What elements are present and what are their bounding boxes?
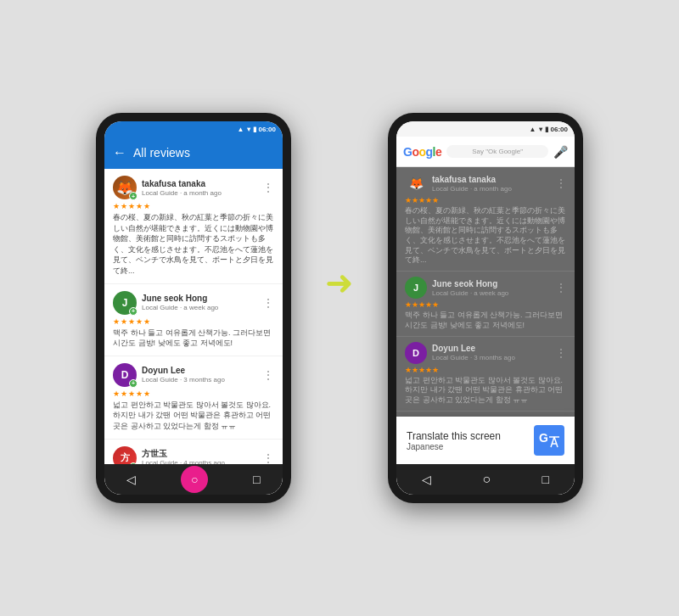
dimmed-review-1: 🦊 takafusa tanaka Local Guide · a month … bbox=[396, 167, 575, 272]
review-item-3: D + Doyun Lee Local Guide · 3 months ago… bbox=[104, 356, 283, 440]
avatar-1: 🦊 + bbox=[113, 176, 137, 199]
reviewer-sub-2: Local Guide · a week ago bbox=[142, 304, 257, 311]
review-meta-4: 方世玉 Local Guide · 4 months ago bbox=[142, 449, 257, 464]
dimmed-review-2: J June seok Hong Local Guide · a week ag… bbox=[396, 272, 575, 336]
dimmed-stars-1: ★★★★★ bbox=[405, 196, 566, 204]
stars-3: ★★★★★ bbox=[113, 389, 274, 398]
dimmed-sub-3: Local Guide · 3 months ago bbox=[432, 354, 515, 361]
search-placeholder: Say "Ok Google" bbox=[472, 148, 523, 155]
google-translate-icon[interactable]: G bbox=[534, 425, 564, 456]
bottom-nav-1: ◁ ○ □ bbox=[104, 464, 283, 495]
dimmed-review-3: D Doyun Lee Local Guide · 3 months ago ⋮… bbox=[396, 337, 575, 412]
dimmed-name-3: Doyun Lee bbox=[432, 344, 515, 354]
phone-1-screen: ▲ ▾ ▮ 06:00 ← All reviews 🦊 bbox=[104, 121, 283, 495]
app-bar-1: ← All reviews bbox=[104, 137, 283, 169]
translate-language: Japanese bbox=[407, 442, 527, 451]
home-nav-2[interactable]: ○ bbox=[482, 472, 491, 487]
translate-text-block: Translate this screen Japanese bbox=[407, 430, 527, 451]
review-header-3: D + Doyun Lee Local Guide · 3 months ago… bbox=[113, 363, 274, 387]
arrow-container: ➜ bbox=[325, 266, 354, 300]
review-text-2: 맥주 하나 들고 여유롭게 산책가능. 그러다보면 시간도 금방! 낮에도 좋고… bbox=[113, 328, 274, 349]
phone-2: ▲ ▾ ▮ 06:00 Google Say "Ok Google" 🎤 bbox=[388, 113, 583, 503]
phone-2-screen: ▲ ▾ ▮ 06:00 Google Say "Ok Google" 🎤 bbox=[396, 121, 575, 495]
review-meta-3: Doyun Lee Local Guide · 3 months ago bbox=[142, 366, 257, 384]
google-search-input[interactable]: Say "Ok Google" bbox=[446, 145, 548, 158]
dimmed-stars-2: ★★★★★ bbox=[405, 300, 566, 309]
review-item-2: J + June seok Hong Local Guide · a week … bbox=[104, 284, 283, 356]
review-meta-2: June seok Hong Local Guide · a week ago bbox=[142, 294, 257, 311]
mic-icon[interactable]: 🎤 bbox=[553, 145, 568, 159]
time-1: 06:00 bbox=[259, 126, 276, 133]
dimmed-stars-3: ★★★★★ bbox=[405, 366, 566, 374]
review-more-1[interactable]: ⋮ bbox=[262, 181, 274, 194]
avatar-4: 方 + bbox=[113, 446, 137, 464]
dimmed-avatar-1: 🦊 bbox=[405, 172, 427, 194]
status-bar-2: ▲ ▾ ▮ 06:00 bbox=[396, 121, 575, 137]
home-nav-1[interactable]: ○ bbox=[181, 466, 208, 493]
dimmed-more-3: ⋮ bbox=[556, 347, 566, 359]
reviewer-name-2: June seok Hong bbox=[142, 294, 257, 304]
google-search-bar[interactable]: Google Say "Ok Google" 🎤 bbox=[396, 137, 575, 167]
avatar-3: D + bbox=[113, 363, 137, 387]
status-bar-right-1: ▲ ▾ ▮ 06:00 bbox=[238, 126, 276, 133]
back-nav-2[interactable]: ◁ bbox=[422, 473, 431, 486]
svg-text:G: G bbox=[539, 431, 548, 445]
review-header-1: 🦊 + takafusa tanaka Local Guide · a mont… bbox=[113, 176, 274, 199]
reviewer-name-1: takafusa tanaka bbox=[142, 179, 257, 189]
reviewer-sub-1: Local Guide · a month ago bbox=[142, 189, 257, 197]
review-list-1: 🦊 + takafusa tanaka Local Guide · a mont… bbox=[104, 169, 283, 464]
back-button-1[interactable]: ← bbox=[113, 145, 126, 160]
time-2: 06:00 bbox=[551, 126, 568, 133]
phone-1: ▲ ▾ ▮ 06:00 ← All reviews 🦊 bbox=[96, 113, 291, 503]
dimmed-text-2: 맥주 하나 들고 여유롭게 산책가능. 그러다보면 시간도 금방! 낮에도 좋고… bbox=[405, 311, 566, 330]
dimmed-text-1: 春の桜、夏の新緑、秋の紅葉と季節の折々に美しい自然が堪能できます。近くには動物園… bbox=[405, 206, 566, 266]
battery-icon-2: ▮ bbox=[545, 126, 548, 133]
dimmed-name-2: June seok Hong bbox=[432, 279, 508, 289]
dimmed-more-2: ⋮ bbox=[556, 282, 566, 294]
signal-icon-1: ▲ bbox=[238, 126, 244, 133]
review-meta-1: takafusa tanaka Local Guide · a month ag… bbox=[142, 179, 257, 197]
dimmed-more-1: ⋮ bbox=[556, 177, 566, 189]
translate-popup[interactable]: Translate this screen Japanese G bbox=[396, 417, 575, 464]
review-text-3: 넓고 편안하고 박물관도 많아서 볼것도 많아요. 하지만 내가 갔땐 어떤 박… bbox=[113, 400, 274, 432]
avatar-badge-4: + bbox=[129, 462, 137, 464]
review-more-4[interactable]: ⋮ bbox=[262, 451, 274, 464]
stars-2: ★★★★★ bbox=[113, 317, 274, 326]
translate-svg-icon: G bbox=[537, 428, 561, 452]
stars-1: ★★★★★ bbox=[113, 202, 274, 210]
review-more-3[interactable]: ⋮ bbox=[262, 368, 274, 382]
avatar-badge-3: + bbox=[129, 379, 137, 388]
avatar-badge-2: + bbox=[129, 307, 137, 316]
dimmed-meta-3: Doyun Lee Local Guide · 3 months ago bbox=[432, 344, 515, 361]
status-bar-1: ▲ ▾ ▮ 06:00 bbox=[104, 121, 283, 137]
google-logo: Google bbox=[403, 145, 441, 159]
review-text-1: 春の桜、夏の新緑、秋の紅葉と季節の折々に美しい自然が堪能できます。近くには動物園… bbox=[113, 212, 274, 277]
review-more-2[interactable]: ⋮ bbox=[262, 296, 274, 310]
reviewer-sub-3: Local Guide · 3 months ago bbox=[142, 376, 257, 384]
dimmed-sub-1: Local Guide · a month ago bbox=[432, 185, 512, 193]
dimmed-header-2: J June seok Hong Local Guide · a week ag… bbox=[405, 277, 566, 299]
avatar-badge-1: + bbox=[129, 192, 137, 200]
direction-arrow: ➜ bbox=[325, 266, 354, 300]
svg-line-3 bbox=[554, 437, 558, 447]
translate-title: Translate this screen bbox=[407, 430, 527, 442]
dimmed-header-3: D Doyun Lee Local Guide · 3 months ago ⋮ bbox=[405, 342, 566, 364]
review-item-4: 方 + 方世玉 Local Guide · 4 months ago ⋮ ★★★… bbox=[104, 440, 283, 464]
bottom-nav-2: ◁ ○ □ bbox=[396, 464, 575, 495]
dimmed-name-1: takafusa tanaka bbox=[432, 175, 512, 185]
dimmed-sub-2: Local Guide · a week ago bbox=[432, 289, 508, 297]
dimmed-avatar-3: D bbox=[405, 342, 427, 364]
dimmed-avatar-2: J bbox=[405, 277, 427, 299]
recent-nav-2[interactable]: □ bbox=[542, 473, 548, 486]
signal-icon-2: ▲ bbox=[530, 126, 536, 133]
dimmed-text-3: 넓고 편안하고 박물관도 많아서 볼것도 많아요. 하지만 내가 갔땐 어떤 박… bbox=[405, 376, 566, 406]
review-item-1: 🦊 + takafusa tanaka Local Guide · a mont… bbox=[104, 169, 283, 284]
reviewer-name-4: 方世玉 bbox=[142, 449, 257, 459]
dimmed-meta-1: takafusa tanaka Local Guide · a month ag… bbox=[432, 175, 512, 193]
battery-icon-1: ▮ bbox=[253, 126, 256, 133]
recent-nav-1[interactable]: □ bbox=[253, 473, 260, 486]
wifi-icon-2: ▾ bbox=[539, 126, 542, 133]
status-bar-right-2: ▲ ▾ ▮ 06:00 bbox=[530, 126, 568, 133]
avatar-2: J + bbox=[113, 291, 137, 315]
back-nav-1[interactable]: ◁ bbox=[126, 473, 136, 486]
